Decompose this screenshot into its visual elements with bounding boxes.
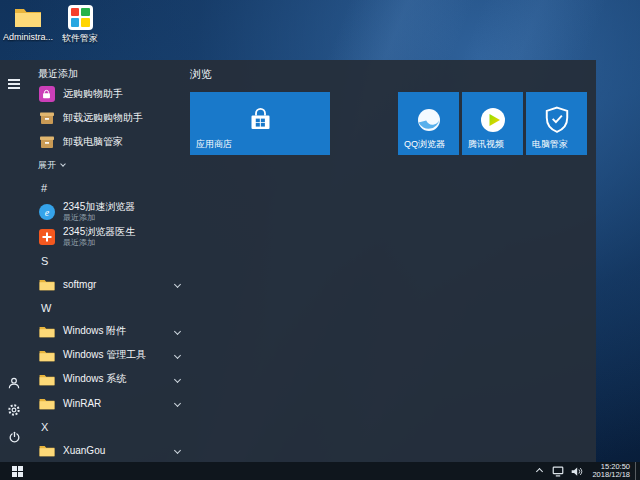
section-letter-label: X [41, 421, 48, 433]
expand-label: 展开 [38, 159, 56, 172]
folder-icon [38, 323, 55, 340]
tile-group-label[interactable]: 浏览 [190, 64, 212, 84]
taskbar-clock[interactable]: 15:20:50 2018/12/18 [592, 463, 630, 479]
app-item-uninstall-pc-manager[interactable]: 卸载电脑管家 [38, 130, 186, 154]
section-letter-w[interactable]: W [38, 296, 186, 319]
start-menu-rail [0, 60, 28, 463]
chevron-down-icon [174, 446, 181, 453]
folder-item-windows-admin-tools[interactable]: Windows 管理工具 [38, 343, 186, 367]
chevron-down-icon [174, 351, 181, 358]
shopping-bag-icon [38, 86, 55, 103]
folder-icon [38, 442, 55, 459]
tile-app-store[interactable]: 应用商店 [190, 92, 330, 155]
desktop-icon-software-manager[interactable]: 软件管家 [52, 4, 108, 45]
app-item-label: 2345浏览器医生 [63, 226, 135, 238]
folder-item-xuangou[interactable]: XuanGou [38, 438, 186, 462]
volume-icon[interactable] [570, 466, 583, 477]
medical-cross-icon [38, 228, 55, 245]
chevron-down-icon [174, 327, 181, 334]
hidden-icons-chevron-icon[interactable] [536, 467, 543, 474]
folder-item-label: Windows 管理工具 [63, 348, 146, 362]
recent-added-header: 最近添加 [38, 66, 186, 82]
uninstall-box-icon [38, 134, 55, 151]
app-item-label: 2345加速浏览器 [63, 201, 135, 213]
start-button[interactable] [0, 462, 34, 480]
hamburger-icon [8, 77, 20, 91]
app-item-shopping-assistant[interactable]: 远购购物助手 [38, 82, 186, 106]
clock-date: 2018/12/18 [592, 471, 630, 479]
software-manager-icon [65, 4, 95, 30]
power-button[interactable] [4, 427, 24, 447]
tile-label: QQ浏览器 [404, 138, 445, 151]
app-item-2345-browser-doctor[interactable]: 2345浏览器医生 最近添加 [38, 224, 186, 249]
folder-item-softmgr[interactable]: softmgr [38, 272, 186, 296]
folder-item-label: XuanGou [63, 445, 105, 456]
chevron-down-icon [60, 161, 66, 167]
folder-item-winrar[interactable]: WinRAR [38, 391, 186, 415]
app-item-label: 卸载远购购物助手 [63, 111, 143, 125]
app-list: 最近添加 远购购物助手 卸载远购购物助手 [28, 60, 186, 463]
power-icon [8, 431, 21, 444]
app-item-subtitle: 最近添加 [63, 213, 135, 222]
folder-icon [13, 4, 43, 30]
folder-icon [38, 395, 55, 412]
tile-label: 应用商店 [196, 138, 232, 151]
tile-label: 电脑管家 [532, 138, 568, 151]
tile-qq-browser[interactable]: QQ浏览器 [398, 92, 459, 155]
app-item-2345-browser[interactable]: e 2345加速浏览器 最近添加 [38, 199, 186, 224]
chevron-down-icon [174, 375, 181, 382]
app-item-text: 2345加速浏览器 最近添加 [63, 201, 135, 222]
section-letter-x[interactable]: X [38, 415, 186, 438]
settings-button[interactable] [4, 400, 24, 420]
app-item-subtitle: 最近添加 [63, 238, 135, 247]
gear-icon [7, 403, 21, 417]
section-letter-hash[interactable]: # [38, 176, 186, 199]
app-item-label: 远购购物助手 [63, 87, 123, 101]
show-desktop-button[interactable] [635, 462, 640, 480]
section-letter-label: S [41, 255, 48, 267]
chevron-down-icon [174, 280, 181, 287]
windows-logo-icon [12, 466, 23, 477]
browser-globe-icon: e [38, 203, 55, 220]
app-item-uninstall-shopping-assistant[interactable]: 卸载远购购物助手 [38, 106, 186, 130]
folder-item-label: Windows 附件 [63, 324, 126, 338]
desktop-icon-administrator[interactable]: Administra... [0, 4, 56, 42]
uninstall-box-icon [38, 110, 55, 127]
folder-item-label: softmgr [63, 279, 96, 290]
menu-expand-button[interactable] [4, 74, 24, 94]
chevron-down-icon [174, 399, 181, 406]
system-tray: 15:20:50 2018/12/18 [530, 462, 640, 480]
section-letter-label: W [41, 302, 51, 314]
app-item-label: 卸载电脑管家 [63, 135, 123, 149]
user-icon [7, 376, 21, 390]
folder-icon [38, 276, 55, 293]
folder-item-label: WinRAR [63, 398, 101, 409]
folder-icon [38, 347, 55, 364]
section-letter-s[interactable]: S [38, 249, 186, 272]
svg-text:e: e [44, 206, 49, 217]
folder-item-windows-accessories[interactable]: Windows 附件 [38, 319, 186, 343]
folder-icon [38, 371, 55, 388]
tile-tencent-video[interactable]: 腾讯视频 [462, 92, 523, 155]
tiles-area: 浏览 应用商店 [190, 60, 596, 463]
desktop-icon-label: 软件管家 [62, 32, 98, 45]
section-letter-label: # [41, 182, 47, 194]
folder-item-windows-system[interactable]: Windows 系统 [38, 367, 186, 391]
user-button[interactable] [4, 373, 24, 393]
desktop-icon-label: Administra... [3, 32, 53, 42]
start-menu: 最近添加 远购购物助手 卸载远购购物助手 [0, 60, 596, 463]
expand-button[interactable]: 展开 [38, 154, 186, 176]
app-item-text: 2345浏览器医生 最近添加 [63, 226, 135, 247]
taskbar: 15:20:50 2018/12/18 [0, 462, 640, 480]
folder-item-label: Windows 系统 [63, 372, 126, 386]
tile-pc-manager[interactable]: 电脑管家 [526, 92, 587, 155]
tile-label: 腾讯视频 [468, 138, 504, 151]
network-icon[interactable] [552, 466, 564, 477]
